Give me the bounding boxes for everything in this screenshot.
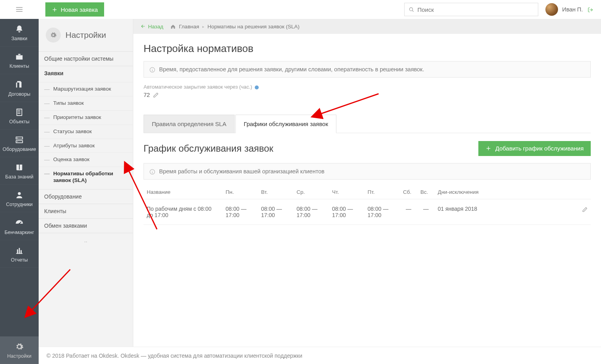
nav-item-label: Отчеты bbox=[11, 257, 28, 263]
info-box: Время, предоставленное для решения заявк… bbox=[144, 61, 591, 78]
chart-icon bbox=[15, 246, 24, 255]
content: Назад Главная ▸ Нормативы на решения зая… bbox=[133, 19, 601, 364]
th-sun: Вс. bbox=[417, 185, 435, 199]
settings-nav: Настройки Общие настройки системы Заявки… bbox=[39, 19, 133, 364]
snav-group: Заявки —Маршрутизация заявок —Типы заяво… bbox=[39, 66, 133, 189]
settings-title: Настройки bbox=[65, 30, 106, 40]
th-fri: Пт. bbox=[364, 185, 400, 199]
autoclose-value-row: 72 bbox=[144, 91, 591, 98]
nav-item-label: Договоры bbox=[8, 91, 30, 97]
nav-item-clients[interactable]: Клиенты bbox=[0, 46, 39, 74]
new-ticket-button[interactable]: Новая заявка bbox=[45, 2, 104, 17]
info-icon[interactable] bbox=[254, 84, 259, 90]
cell-thu: 08:00 — 17:00 bbox=[329, 199, 364, 225]
snav-group[interactable]: Общие настройки системы bbox=[39, 51, 133, 66]
snav-group[interactable]: Клиенты bbox=[39, 204, 133, 218]
info-text: Время работы и обслуживания вашей органи… bbox=[159, 168, 325, 175]
nav-item-tickets[interactable]: Заявки bbox=[0, 19, 39, 46]
nav-item-label: Клиенты bbox=[9, 63, 29, 69]
cell-mon: 08:00 — 17:00 bbox=[222, 199, 258, 225]
th-thu: Чт. bbox=[329, 185, 364, 199]
snav-group[interactable]: .. bbox=[39, 233, 133, 247]
footer-text: © 2018 Работает на Okdesk. Okdesk — удоб… bbox=[47, 353, 302, 359]
search-icon bbox=[409, 7, 414, 12]
add-schedule-button[interactable]: Добавить график обслуживания bbox=[478, 141, 591, 156]
breadcrumb: Назад Главная ▸ Нормативы на решения зая… bbox=[133, 19, 601, 34]
nav-item-equipment[interactable]: Оборудование bbox=[0, 130, 39, 157]
snav-sub-rating[interactable]: —Оценка заявок bbox=[39, 152, 133, 167]
edit-icon[interactable] bbox=[153, 91, 159, 98]
snav-item[interactable]: Обмен заявками bbox=[39, 219, 133, 233]
logout-icon[interactable] bbox=[588, 6, 593, 13]
nav-item-label: Настройки bbox=[7, 353, 31, 359]
tabs: Правила определения SLA Графики обслужив… bbox=[144, 115, 591, 133]
info-icon bbox=[149, 168, 155, 175]
schedules-table: Название Пн. Вт. Ср. Чт. Пт. Сб. Вс. Дни… bbox=[144, 185, 591, 225]
search-input[interactable] bbox=[417, 6, 534, 13]
nav-item-label: Бенчмаркинг bbox=[5, 230, 34, 235]
breadcrumb-current: Нормативы на решения заявок (SLA) bbox=[207, 24, 299, 30]
topbar: Новая заявка Иван П. bbox=[0, 0, 601, 19]
nav-item-label: Сотрудники bbox=[6, 202, 33, 207]
user-name: Иван П. bbox=[562, 6, 583, 13]
snav-sub-attributes[interactable]: —Атрибуты заявок bbox=[39, 139, 133, 153]
menu-toggle[interactable] bbox=[0, 6, 39, 13]
user-menu[interactable]: Иван П. bbox=[545, 3, 583, 16]
home-icon[interactable] bbox=[170, 23, 176, 29]
svg-rect-2 bbox=[16, 137, 23, 139]
nav-item-contracts[interactable]: Договоры bbox=[0, 74, 39, 102]
snav-item[interactable]: Клиенты bbox=[39, 204, 133, 218]
new-ticket-label: Новая заявка bbox=[61, 6, 98, 13]
footer: © 2018 Работает на Okdesk. Okdesk — удоб… bbox=[39, 347, 601, 364]
search-field[interactable] bbox=[404, 3, 538, 16]
edit-row-icon[interactable] bbox=[582, 206, 588, 212]
back-link[interactable]: Назад bbox=[140, 24, 163, 30]
snav-item[interactable]: .. bbox=[39, 233, 133, 247]
snav-sub-types[interactable]: —Типы заявок bbox=[39, 96, 133, 110]
nav-item-benchmarking[interactable]: Бенчмаркинг bbox=[0, 212, 39, 240]
snav-group[interactable]: Оборудование bbox=[39, 189, 133, 204]
avatar bbox=[545, 3, 558, 16]
section-title: График обслуживания заявок bbox=[144, 143, 273, 154]
cell-exc: 01 января 2018 bbox=[435, 199, 575, 225]
th-wed: Ср. bbox=[293, 185, 329, 199]
snav-sub-priorities[interactable]: —Приоритеты заявок bbox=[39, 110, 133, 124]
snav-sub-routing[interactable]: —Маршрутизация заявок bbox=[39, 82, 133, 96]
nav-item-settings[interactable]: Настройки bbox=[0, 336, 39, 364]
nav-item-objects[interactable]: Объекты bbox=[0, 102, 39, 130]
plus-icon bbox=[52, 7, 58, 13]
arrow-left-icon bbox=[140, 24, 146, 29]
gauge-icon bbox=[15, 218, 24, 227]
svg-rect-3 bbox=[16, 141, 23, 143]
breadcrumb-home[interactable]: Главная bbox=[179, 24, 199, 30]
hamburger-icon bbox=[15, 6, 23, 13]
table-row: По рабочим дням с 08:00 до 17:00 08:00 —… bbox=[144, 199, 591, 225]
snav-sub-sla[interactable]: —Нормативы обработки заявок (SLA) bbox=[39, 167, 133, 188]
page-title: Настройка нормативов bbox=[144, 43, 591, 55]
settings-heading: Настройки bbox=[39, 19, 133, 51]
tab-schedules[interactable]: Графики обслуживания заявок bbox=[235, 115, 336, 133]
nav-item-reports[interactable]: Отчеты bbox=[0, 240, 39, 268]
gear-icon bbox=[46, 28, 61, 43]
user-icon bbox=[15, 190, 24, 199]
snav-item[interactable]: Общие настройки системы bbox=[39, 52, 133, 66]
building-icon bbox=[15, 108, 24, 117]
snav-item[interactable]: Оборудование bbox=[39, 189, 133, 204]
svg-point-7 bbox=[255, 85, 259, 89]
bell-icon bbox=[15, 24, 24, 33]
snav-group-title[interactable]: Заявки bbox=[39, 66, 133, 80]
nav-item-kb[interactable]: База знаний bbox=[0, 157, 39, 185]
cell-sun: — bbox=[417, 199, 435, 225]
snav-sub-statuses[interactable]: —Статусы заявок bbox=[39, 124, 133, 139]
nav-item-label: Оборудование bbox=[2, 147, 36, 152]
nav-item-staff[interactable]: Сотрудники bbox=[0, 185, 39, 212]
gear-icon bbox=[15, 342, 24, 351]
nav-item-label: База знаний bbox=[5, 174, 34, 180]
tab-rules[interactable]: Правила определения SLA bbox=[144, 115, 235, 133]
th-exc: Дни-исключения bbox=[435, 185, 575, 199]
files-icon bbox=[15, 80, 24, 89]
info-box: Время работы и обслуживания вашей органи… bbox=[144, 163, 591, 180]
info-icon bbox=[149, 66, 155, 72]
th-mon: Пн. bbox=[222, 185, 258, 199]
snav-group[interactable]: Обмен заявками bbox=[39, 218, 133, 233]
